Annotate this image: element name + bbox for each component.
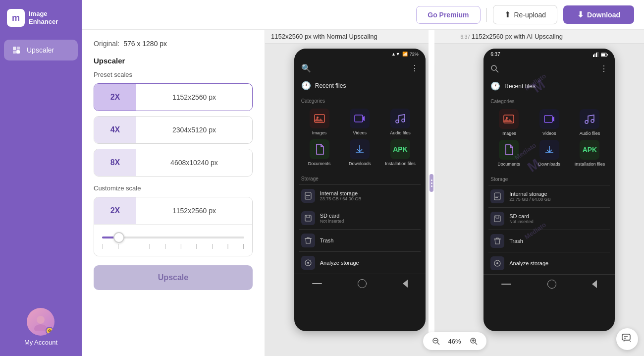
svg-rect-2	[13, 51, 16, 54]
svg-rect-8	[355, 115, 363, 122]
ai-phone-body: 🕐 Recent files Categories	[483, 77, 615, 274]
recent-files-row: 🕐 Recent files	[299, 77, 421, 94]
ai-phone-screen: Mediato Mediato Mediato M M 6:37	[483, 49, 615, 331]
svg-rect-23	[601, 54, 605, 56]
clock-icon: 🕐	[301, 81, 311, 90]
audio-label: Audio files	[390, 130, 411, 135]
ai-sd-card: SD card Not inserted	[488, 207, 610, 230]
categories-grid: Images Videos	[299, 107, 421, 168]
svg-rect-44	[622, 334, 630, 340]
premium-button[interactable]: Go Premium	[416, 6, 480, 24]
ai-analyze: Analyze storage	[488, 252, 610, 274]
scale-2x-resolution: 1152x2560 px	[136, 84, 252, 111]
documents-label: Documents	[308, 161, 331, 166]
preview-splitter[interactable]	[429, 30, 434, 336]
ai-grid-videos: Videos	[531, 109, 568, 136]
ai-upscaling-label: 6:37 1152x2560 px with AI Upscaling	[455, 30, 644, 44]
original-info: Original: 576 x 1280 px	[94, 40, 253, 48]
ai-categories-header: Categories	[488, 95, 610, 107]
grid-installation: APK Installation files	[382, 139, 419, 166]
scale-8x-multiplier: 8X	[94, 149, 136, 176]
svg-line-41	[475, 343, 477, 345]
custom-multiplier: 2X	[94, 197, 136, 224]
scale-4x-multiplier: 4X	[94, 117, 136, 143]
analyze-storage-item: Analyze storage	[299, 251, 421, 274]
svg-rect-1	[17, 47, 20, 50]
ai-upscaling-pane: 6:37 1152x2560 px with AI Upscaling Medi…	[455, 30, 644, 356]
ai-grid-documents: Documents	[490, 140, 527, 167]
slider-container: | | | | | | | | | |	[94, 225, 252, 256]
normal-upscaling-pane: 1152x2560 px with Normal Upscaling ▲▼ 📶 …	[265, 30, 455, 356]
splitter-handle	[429, 174, 433, 192]
nav-circle	[358, 279, 367, 288]
main-content: Go Premium ⬆ Re-upload ⬇ Download Origin…	[82, 0, 644, 356]
slider-track	[102, 237, 244, 238]
svg-rect-33	[495, 197, 498, 198]
grid-images: Images	[301, 109, 338, 135]
ai-phone-preview: Mediato Mediato Mediato M M 6:37	[455, 44, 644, 356]
sd-card-item: SD card Not inserted	[299, 207, 421, 229]
images-label: Images	[312, 130, 327, 135]
normal-phone-body: 🕐 Recent files Categories	[294, 77, 426, 274]
download-button[interactable]: ⬇ Download	[563, 5, 634, 24]
chat-button[interactable]	[616, 328, 638, 350]
custom-resolution: 1152x2560 px	[136, 197, 252, 224]
svg-point-9	[396, 120, 399, 123]
svg-point-36	[496, 262, 498, 264]
slider-thumb[interactable]	[113, 232, 124, 243]
search-icon: 🔍	[301, 63, 311, 73]
header-divider	[486, 8, 487, 22]
left-panel: Original: 576 x 1280 px Upscaler Preset …	[82, 30, 265, 356]
internal-storage-subtitle: 23.75 GB / 64.00 GB	[320, 196, 419, 201]
ai-grid-images: Images	[490, 109, 527, 136]
normal-nav-bar	[294, 274, 426, 293]
original-label: Original:	[94, 40, 119, 48]
ai-internal-storage: Internal storage 23.75 GB / 64.00 GB	[488, 185, 610, 207]
more-icon: ⋮	[411, 63, 419, 73]
grid-downloads: Downloads	[341, 139, 378, 166]
reupload-label: Re-upload	[514, 11, 546, 19]
account-section[interactable]: ⚙ My Account	[24, 308, 57, 356]
normal-search-bar: 🔍 ⋮	[294, 59, 426, 77]
svg-point-7	[317, 117, 319, 119]
original-value: 576 x 1280 px	[123, 40, 167, 48]
reupload-button[interactable]: ⬆ Re-upload	[493, 5, 558, 24]
customize-section: Customize scale 2X 1152x2560 px | |	[94, 184, 253, 256]
storage-header: Storage	[299, 172, 421, 184]
categories-header: Categories	[299, 94, 421, 107]
ai-grid-installation: APK Installation files	[572, 140, 608, 167]
app-name: ImageEnhancer	[29, 10, 58, 25]
scale-option-8x[interactable]: 8X 4608x10240 px	[94, 149, 253, 177]
ai-clock-icon: 🕐	[490, 81, 500, 91]
normal-upscaling-label: 1152x2560 px with Normal Upscaling	[265, 30, 455, 44]
svg-rect-0	[13, 47, 16, 50]
sd-card-title: SD card	[320, 213, 419, 219]
ai-more-icon: ⋮	[600, 64, 608, 73]
zoom-controls: 46%	[423, 332, 486, 350]
svg-point-30	[591, 119, 594, 122]
svg-point-29	[585, 120, 588, 123]
sidebar-item-upscaler[interactable]: Upscaler	[4, 40, 78, 60]
customize-label: Customize scale	[94, 184, 253, 192]
ai-grid-audio: Audio files	[572, 109, 608, 136]
normal-status-bar: ▲▼ 📶 72%	[294, 49, 426, 59]
scale-option-2x[interactable]: 2X 1152x2560 px	[94, 83, 253, 111]
nav-lines	[312, 283, 322, 284]
ai-search-bar: ⋮	[483, 60, 615, 77]
ai-status-bar: 6:37	[483, 49, 615, 60]
svg-rect-13	[306, 197, 309, 197]
svg-rect-32	[495, 196, 499, 196]
avatar: ⚙	[27, 308, 54, 336]
scale-option-4x[interactable]: 4X 2304x5120 px	[94, 116, 253, 144]
zoom-out-button[interactable]	[430, 335, 442, 347]
svg-rect-28	[544, 116, 552, 122]
svg-point-24	[491, 65, 496, 70]
ai-nav-bar	[483, 274, 615, 294]
header: Go Premium ⬆ Re-upload ⬇ Download	[82, 0, 644, 30]
upscale-button[interactable]: Upscale	[94, 265, 253, 290]
reupload-icon: ⬆	[504, 10, 511, 19]
internal-storage-title: Internal storage	[320, 190, 419, 196]
slider-ticks: | | | | | | | | | |	[102, 243, 244, 249]
content-area: Original: 576 x 1280 px Upscaler Preset …	[82, 30, 644, 356]
zoom-in-button[interactable]	[468, 335, 480, 347]
